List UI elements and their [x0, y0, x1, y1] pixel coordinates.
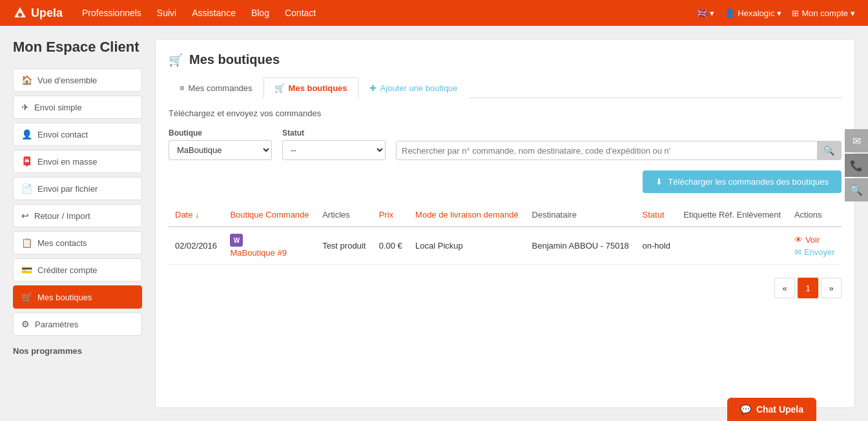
statut-sort[interactable]: Statut	[643, 210, 665, 220]
sidebar-label: Paramètres	[35, 320, 78, 329]
sidebar-item-envoi-simple[interactable]: ✈ Envoi simple	[13, 96, 142, 119]
nav-links: Professionnels Suivi Assistance Blog Con…	[82, 8, 697, 18]
prix-sort[interactable]: Prix	[379, 210, 393, 220]
nav-contact[interactable]: Contact	[285, 8, 316, 18]
search-action-button[interactable]: 🔍	[845, 178, 868, 201]
sidebar-item-mes-contacts[interactable]: 📋 Mes contacts	[13, 231, 142, 254]
sidebar-label: Envoi en masse	[37, 157, 98, 167]
card-icon: 💳	[21, 265, 32, 275]
main-title: Mes boutiques	[189, 52, 280, 67]
chat-widget[interactable]: 💬 Chat Upela	[727, 398, 816, 421]
orders-table: Date ↓ Boutique Commande Articles Prix M…	[169, 203, 842, 265]
chat-label: Chat Upela	[756, 404, 803, 415]
gear-icon: ⚙	[21, 319, 30, 329]
envoyer-link[interactable]: ✉ Envoyer	[794, 247, 835, 257]
sidebar-label: Vue d'ensemble	[37, 76, 97, 85]
user-icon: 👤	[725, 8, 735, 18]
table-row: 02/02/2016 W MaBoutique #9 Test produit …	[169, 227, 842, 265]
sidebar-item-crediter-compte[interactable]: 💳 Créditer compte	[13, 258, 142, 282]
date-sort[interactable]: Date ↓	[175, 210, 200, 220]
tab-mes-commandes[interactable]: ≡ Mes commandes	[169, 77, 264, 98]
main-content: 🛒 Mes boutiques ≡ Mes commandes 🛒 Mes bo…	[155, 39, 855, 408]
statut-select[interactable]: --	[282, 140, 386, 160]
nav-blog[interactable]: Blog	[251, 8, 269, 18]
tab-ajouter-boutique[interactable]: ✚ Ajouter une boutique	[358, 77, 469, 98]
cell-boutique: W MaBoutique #9	[223, 227, 316, 265]
download-icon: ⬇	[656, 177, 663, 187]
boutique-filter: Boutique MaBoutique	[169, 128, 272, 160]
livraison-sort[interactable]: Mode de livraison demandé	[415, 210, 519, 220]
boutique-link[interactable]: W MaBoutique #9	[230, 234, 309, 258]
nav-suivi[interactable]: Suivi	[157, 8, 176, 18]
svg-point-1	[18, 13, 22, 17]
download-bar: ⬇ Télécharger les commandes des boutique…	[169, 170, 842, 193]
file-icon: 📄	[21, 183, 32, 194]
col-etiquette: Etiquette Réf. Enlèvement	[677, 203, 788, 227]
action-links: 👁 Voir ✉ Envoyer	[794, 235, 835, 257]
cell-articles: Test produit	[316, 227, 373, 265]
boutique-sort[interactable]: Boutique Commande	[230, 210, 309, 220]
sidebar-label: Mes boutiques	[37, 293, 92, 302]
sidebar-item-retour-import[interactable]: ↩ Retour / Import	[13, 204, 142, 227]
language-selector[interactable]: 🇬🇧 ▾	[697, 8, 714, 18]
account-menu[interactable]: ⊞ Mon compte ▾	[792, 8, 855, 18]
col-boutique: Boutique Commande	[223, 203, 316, 227]
tab-label: Mes commandes	[189, 83, 253, 93]
search-input-wrap: 🔍	[396, 141, 842, 160]
col-articles: Articles	[316, 203, 373, 227]
voir-link[interactable]: 👁 Voir	[794, 235, 835, 245]
chevron-down-icon: ▾	[710, 8, 714, 18]
cell-statut: on-hold	[636, 227, 677, 265]
tab-label: Ajouter une boutique	[380, 83, 458, 93]
cell-actions: 👁 Voir ✉ Envoyer	[788, 227, 842, 265]
mail-action-button[interactable]: ✉	[845, 129, 868, 152]
side-actions: ✉ 📞 🔍	[845, 129, 868, 201]
col-statut: Statut	[636, 203, 677, 227]
sidebar-label: Envoi contact	[37, 130, 88, 139]
statut-label: Statut	[282, 128, 386, 138]
sidebar-item-parametres[interactable]: ⚙ Paramètres	[13, 313, 142, 336]
sidebar-item-envoi-masse[interactable]: 📮 Envoi en masse	[13, 150, 142, 173]
sidebar-item-vue-ensemble[interactable]: 🏠 Vue d'ensemble	[13, 68, 142, 92]
search-input[interactable]	[397, 141, 817, 159]
sidebar-label: Mes contacts	[37, 238, 87, 248]
user-name: Hexalogic	[738, 8, 774, 18]
search-group: 🔍	[396, 129, 842, 160]
sidebar-item-mes-boutiques[interactable]: 🛒 Mes boutiques	[13, 285, 142, 309]
pagination-next[interactable]: »	[821, 278, 842, 298]
cell-mode-livraison: Local Pickup	[409, 227, 525, 265]
pagination-prev[interactable]: «	[774, 278, 795, 298]
send-icon: ✈	[21, 102, 29, 112]
woo-badge: W	[230, 234, 243, 247]
cell-etiquette	[677, 227, 788, 265]
user-icon: 👤	[21, 129, 32, 139]
tab-mes-boutiques[interactable]: 🛒 Mes boutiques	[264, 77, 358, 98]
col-date: Date ↓	[169, 203, 223, 227]
user-menu[interactable]: 👤 Hexalogic ▾	[725, 8, 781, 18]
nav-assistance[interactable]: Assistance	[192, 8, 236, 18]
tab-label: Mes boutiques	[289, 83, 347, 93]
download-label: Télécharger les commandes des boutiques	[668, 177, 829, 187]
sidebar-item-envoi-fichier[interactable]: 📄 Envoi par fichier	[13, 177, 142, 200]
nav-professionnels[interactable]: Professionnels	[82, 8, 141, 18]
nav-right: 🇬🇧 ▾ 👤 Hexalogic ▾ ⊞ Mon compte ▾	[697, 8, 855, 18]
col-prix: Prix	[373, 203, 409, 227]
download-button[interactable]: ⬇ Télécharger les commandes des boutique…	[643, 170, 842, 193]
brand-logo[interactable]: Upela	[13, 6, 63, 20]
cart-icon: 🛒	[21, 292, 32, 302]
page-description: Téléchargez et envoyez vos commandes	[169, 108, 842, 118]
paper-plane-icon: ✉	[794, 247, 801, 257]
top-navigation: Upela Professionnels Suivi Assistance Bl…	[0, 0, 868, 26]
filters-row: Boutique MaBoutique Statut -- 🔍	[169, 128, 842, 160]
pagination-current[interactable]: 1	[798, 278, 818, 298]
col-actions: Actions	[788, 203, 842, 227]
grid-icon: ⊞	[792, 8, 799, 18]
sidebar-label: Retour / Import	[34, 211, 90, 221]
phone-action-button[interactable]: 📞	[845, 154, 868, 177]
contacts-icon: 📋	[21, 238, 32, 248]
sidebar-item-envoi-contact[interactable]: 👤 Envoi contact	[13, 123, 142, 146]
search-button[interactable]: 🔍	[817, 141, 841, 159]
table-header: Date ↓ Boutique Commande Articles Prix M…	[169, 203, 842, 227]
boutique-select[interactable]: MaBoutique	[169, 140, 272, 160]
sidebar-section-title: Nos programmes	[13, 346, 142, 356]
